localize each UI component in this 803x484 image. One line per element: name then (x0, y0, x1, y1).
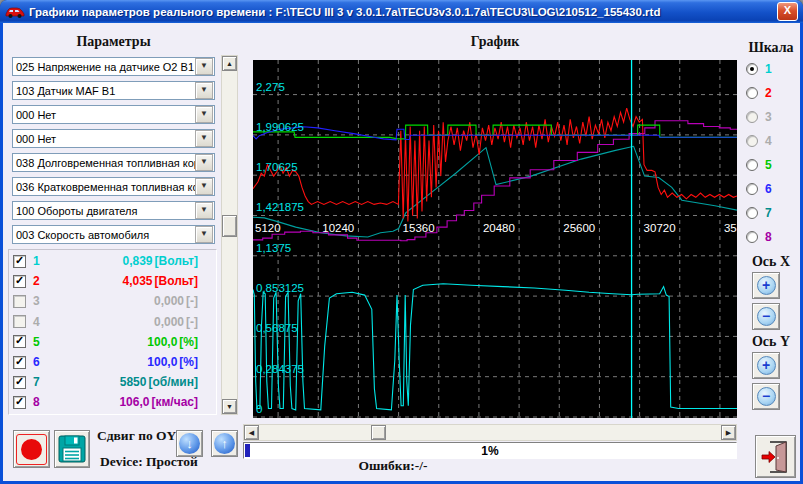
scale-radio-row-1: 1 (746, 62, 772, 75)
scale-radio-row-4: 4 (746, 134, 772, 147)
channel-row-4: 40,000[-] (9, 312, 216, 332)
y-tick-label: 0,853125 (256, 282, 304, 294)
chevron-down-icon[interactable]: ▼ (195, 58, 213, 75)
plus-icon: + (757, 356, 776, 375)
dropdown-value: 025 Напряжение на датчике O2 B1 S (13, 61, 195, 73)
channel-checkbox-1[interactable]: ✓ (13, 255, 26, 268)
param-dropdown-8[interactable]: 003 Скорость автомобиля▼ (12, 225, 215, 244)
channel-row-1: ✓10,839[Вольт] (9, 251, 216, 271)
y-tick-label: 1,70625 (256, 161, 298, 173)
car-icon (5, 5, 25, 19)
chevron-down-icon[interactable]: ▼ (195, 130, 213, 147)
scale-radio-3[interactable] (746, 111, 758, 123)
scale-radio-label: 3 (765, 110, 772, 124)
arrow-up-icon: ↑ (214, 433, 235, 454)
param-dropdown-list: 025 Напряжение на датчике O2 B1 S▼103 Да… (12, 57, 215, 249)
channel-row-7: ✓75850[об/мин] (9, 372, 216, 392)
save-button[interactable] (54, 430, 90, 468)
chevron-down-icon[interactable]: ▼ (195, 178, 213, 195)
channel-row-8: ✓8106,0[км/час] (9, 392, 216, 412)
scale-radio-row-5: 5 (746, 158, 772, 171)
scale-radio-8[interactable] (746, 231, 758, 243)
device-label: Device: (100, 454, 143, 469)
scale-radio-7[interactable] (746, 207, 758, 219)
y-tick-label: 2,275 (256, 81, 285, 93)
chevron-down-icon[interactable]: ▼ (195, 106, 213, 123)
y-tick-label: 0,56875 (256, 322, 298, 334)
axis-y-zoom-out-button[interactable]: − (752, 383, 780, 410)
floppy-disk-icon (58, 435, 86, 463)
channel-checkbox-5[interactable]: ✓ (13, 335, 26, 348)
scroll-up-button[interactable]: ▲ (222, 56, 237, 71)
scale-radio-label: 2 (765, 86, 772, 100)
dropdown-value: 000 Нет (13, 133, 195, 145)
record-button[interactable] (13, 430, 50, 468)
channel-checkbox-6[interactable]: ✓ (13, 356, 26, 369)
shift-up-button[interactable]: ↑ (211, 430, 238, 457)
scroll-left-button[interactable]: ◀ (244, 425, 259, 440)
chevron-down-icon[interactable]: ▼ (195, 226, 213, 243)
channel-number: 4 (33, 315, 47, 329)
scale-radio-list: 12345678 (746, 62, 772, 243)
axis-x-label: Ось X (742, 254, 800, 270)
param-dropdown-4[interactable]: 000 Нет▼ (12, 129, 215, 148)
channel-checkbox-8[interactable]: ✓ (13, 396, 26, 409)
chart-scrollbar-horizontal[interactable]: ◀ ▶ (243, 424, 737, 441)
window-title: Графики параметров реального времени : F… (29, 6, 777, 18)
titlebar: Графики параметров реального времени : F… (0, 0, 803, 23)
dropdown-value: 000 Нет (13, 109, 195, 121)
scale-radio-1[interactable] (746, 63, 758, 75)
chevron-down-icon[interactable]: ▼ (195, 202, 213, 219)
chart-plot[interactable]: 51201024015360204802560030720358402,2751… (253, 60, 737, 418)
exit-button[interactable] (755, 435, 796, 478)
scale-radio-label: 5 (765, 158, 772, 172)
axis-x-zoom-in-button[interactable]: + (752, 272, 780, 299)
channel-checkbox-2[interactable]: ✓ (13, 275, 26, 288)
channel-checkbox-3[interactable] (13, 295, 26, 308)
y-tick-label: 0,284375 (256, 363, 304, 375)
channel-value: 4,035 (47, 274, 152, 288)
param-dropdown-6[interactable]: 036 Кратковременная топливная ко▼ (12, 177, 215, 196)
axis-y-zoom-in-button[interactable]: + (752, 352, 780, 379)
scale-radio-row-7: 7 (746, 206, 772, 219)
param-dropdown-1[interactable]: 025 Напряжение на датчике O2 B1 S▼ (12, 57, 215, 76)
channel-checkbox-4[interactable] (13, 315, 26, 328)
shift-down-button[interactable]: ↓ (176, 430, 203, 457)
x-tick-label: 10240 (322, 222, 354, 234)
progress-bar: 1% (243, 442, 737, 459)
channel-value: 0,000 (47, 315, 184, 329)
dropdown-value: 103 Датчик MAF B1 (13, 85, 195, 97)
scale-radio-5[interactable] (746, 159, 758, 171)
scroll-thumb-horizontal[interactable] (371, 425, 386, 440)
param-dropdown-5[interactable]: 038 Долговременная топливная кор▼ (12, 153, 215, 172)
channel-row-5: ✓5100,0[%] (9, 332, 216, 352)
chevron-down-icon[interactable]: ▼ (195, 154, 213, 171)
y-tick-label: 0 (256, 403, 262, 415)
close-button[interactable]: X (777, 2, 798, 21)
minus-icon: − (757, 307, 776, 326)
scroll-thumb-vertical[interactable] (222, 215, 237, 237)
minus-icon: − (757, 387, 776, 406)
scale-radio-4[interactable] (746, 135, 758, 147)
channel-checkbox-7[interactable]: ✓ (13, 376, 26, 389)
param-scrollbar[interactable]: ▲ ▼ (221, 55, 238, 415)
scale-radio-6[interactable] (746, 183, 758, 195)
dropdown-value: 003 Скорость автомобиля (13, 229, 195, 241)
scale-radio-label: 4 (765, 134, 772, 148)
param-dropdown-2[interactable]: 103 Датчик MAF B1▼ (12, 81, 215, 100)
y-tick-label: 1,990625 (256, 121, 304, 133)
dropdown-value: 038 Долговременная топливная кор (13, 157, 195, 169)
axis-y-label: Ось Y (742, 334, 800, 350)
param-dropdown-3[interactable]: 000 Нет▼ (12, 105, 215, 124)
param-dropdown-7[interactable]: 100 Обороты двигателя▼ (12, 201, 215, 220)
axis-x-zoom-out-button[interactable]: − (752, 303, 780, 330)
scale-radio-2[interactable] (746, 87, 758, 99)
scroll-down-button[interactable]: ▼ (222, 399, 237, 414)
y-tick-label: 1,421875 (256, 201, 304, 213)
channel-value: 106,0 (47, 395, 149, 409)
x-tick-label: 25600 (563, 222, 595, 234)
chevron-down-icon[interactable]: ▼ (195, 82, 213, 99)
chart-title: График (253, 34, 737, 50)
scroll-right-button[interactable]: ▶ (721, 425, 736, 440)
channel-unit: [км/час] (151, 395, 216, 409)
